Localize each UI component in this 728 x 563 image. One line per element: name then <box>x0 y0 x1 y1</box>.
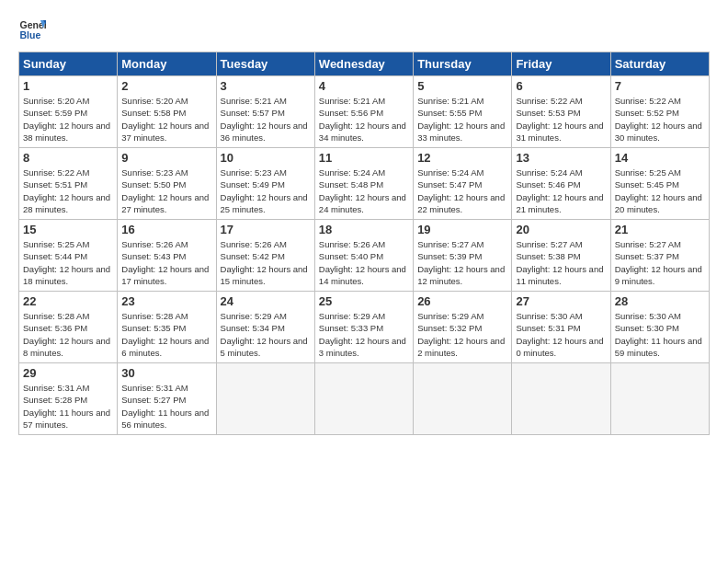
day-info: Sunrise: 5:26 AMSunset: 5:40 PMDaylight:… <box>319 238 409 287</box>
day-number: 7 <box>615 79 705 93</box>
day-number: 1 <box>23 79 113 93</box>
day-info: Sunrise: 5:20 AMSunset: 5:58 PMDaylight:… <box>121 95 211 144</box>
day-info: Sunrise: 5:31 AMSunset: 5:28 PMDaylight:… <box>23 382 113 431</box>
day-info: Sunrise: 5:23 AMSunset: 5:50 PMDaylight:… <box>121 167 211 215</box>
day-number: 4 <box>319 79 409 93</box>
day-info: Sunrise: 5:29 AMSunset: 5:33 PMDaylight:… <box>319 310 409 359</box>
day-number: 5 <box>417 79 507 93</box>
day-info: Sunrise: 5:20 AMSunset: 5:59 PMDaylight:… <box>23 95 113 144</box>
day-cell-8: 8Sunrise: 5:22 AMSunset: 5:51 PMDaylight… <box>19 148 118 220</box>
day-cell-16: 16Sunrise: 5:26 AMSunset: 5:43 PMDayligh… <box>118 220 216 292</box>
day-number: 12 <box>417 151 507 165</box>
calendar-row-week-2: 8Sunrise: 5:22 AMSunset: 5:51 PMDaylight… <box>19 148 710 220</box>
day-cell-5: 5Sunrise: 5:21 AMSunset: 5:55 PMDaylight… <box>414 76 512 148</box>
day-info: Sunrise: 5:30 AMSunset: 5:30 PMDaylight:… <box>615 310 705 359</box>
calendar-table: SundayMondayTuesdayWednesdayThursdayFrid… <box>18 52 710 435</box>
day-number: 30 <box>121 366 211 380</box>
calendar-row-week-4: 22Sunrise: 5:28 AMSunset: 5:36 PMDayligh… <box>19 292 710 363</box>
day-info: Sunrise: 5:24 AMSunset: 5:47 PMDaylight:… <box>417 167 507 215</box>
day-number: 21 <box>615 223 705 236</box>
col-header-friday: Friday <box>512 52 610 76</box>
day-cell-15: 15Sunrise: 5:25 AMSunset: 5:44 PMDayligh… <box>19 220 118 292</box>
day-cell-28: 28Sunrise: 5:30 AMSunset: 5:30 PMDayligh… <box>610 292 709 363</box>
day-cell-4: 4Sunrise: 5:21 AMSunset: 5:56 PMDaylight… <box>314 76 413 148</box>
day-info: Sunrise: 5:28 AMSunset: 5:36 PMDaylight:… <box>23 310 113 359</box>
day-info: Sunrise: 5:29 AMSunset: 5:32 PMDaylight:… <box>417 310 507 359</box>
day-cell-13: 13Sunrise: 5:24 AMSunset: 5:46 PMDayligh… <box>512 148 610 220</box>
calendar-page: General Blue SundayMondayTuesdayWednesda… <box>0 0 728 450</box>
day-number: 2 <box>121 79 211 93</box>
day-cell-18: 18Sunrise: 5:26 AMSunset: 5:40 PMDayligh… <box>314 220 413 292</box>
col-header-sunday: Sunday <box>19 52 118 76</box>
day-number: 10 <box>221 151 311 165</box>
day-info: Sunrise: 5:27 AMSunset: 5:37 PMDaylight:… <box>615 238 705 287</box>
day-number: 22 <box>23 294 113 308</box>
day-info: Sunrise: 5:27 AMSunset: 5:38 PMDaylight:… <box>516 238 606 287</box>
col-header-wednesday: Wednesday <box>314 52 413 76</box>
day-number: 8 <box>23 151 113 165</box>
day-number: 24 <box>221 294 311 308</box>
day-info: Sunrise: 5:24 AMSunset: 5:46 PMDaylight:… <box>516 167 606 215</box>
day-cell-10: 10Sunrise: 5:23 AMSunset: 5:49 PMDayligh… <box>216 148 314 220</box>
day-number: 29 <box>23 366 113 380</box>
day-number: 17 <box>221 223 311 236</box>
calendar-row-week-3: 15Sunrise: 5:25 AMSunset: 5:44 PMDayligh… <box>19 220 710 292</box>
day-cell-6: 6Sunrise: 5:22 AMSunset: 5:53 PMDaylight… <box>512 76 610 148</box>
calendar-row-week-1: 1Sunrise: 5:20 AMSunset: 5:59 PMDaylight… <box>19 76 710 148</box>
day-number: 26 <box>417 294 507 308</box>
calendar-header-row: SundayMondayTuesdayWednesdayThursdayFrid… <box>19 52 710 76</box>
day-cell-29: 29Sunrise: 5:31 AMSunset: 5:28 PMDayligh… <box>19 363 118 435</box>
day-cell-25: 25Sunrise: 5:29 AMSunset: 5:33 PMDayligh… <box>314 292 413 363</box>
day-cell-17: 17Sunrise: 5:26 AMSunset: 5:42 PMDayligh… <box>216 220 314 292</box>
day-info: Sunrise: 5:21 AMSunset: 5:57 PMDaylight:… <box>221 95 311 144</box>
col-header-tuesday: Tuesday <box>216 52 314 76</box>
day-cell-1: 1Sunrise: 5:20 AMSunset: 5:59 PMDaylight… <box>19 76 118 148</box>
day-info: Sunrise: 5:21 AMSunset: 5:56 PMDaylight:… <box>319 95 409 144</box>
day-number: 6 <box>516 79 606 93</box>
day-number: 3 <box>221 79 311 93</box>
day-info: Sunrise: 5:22 AMSunset: 5:52 PMDaylight:… <box>615 95 705 144</box>
day-info: Sunrise: 5:31 AMSunset: 5:27 PMDaylight:… <box>121 382 211 431</box>
col-header-monday: Monday <box>118 52 216 76</box>
col-header-thursday: Thursday <box>414 52 512 76</box>
day-number: 11 <box>319 151 409 165</box>
day-number: 27 <box>516 294 606 308</box>
day-number: 23 <box>121 294 211 308</box>
day-number: 18 <box>319 223 409 236</box>
day-info: Sunrise: 5:22 AMSunset: 5:51 PMDaylight:… <box>23 167 113 215</box>
day-cell-22: 22Sunrise: 5:28 AMSunset: 5:36 PMDayligh… <box>19 292 118 363</box>
day-info: Sunrise: 5:27 AMSunset: 5:39 PMDaylight:… <box>417 238 507 287</box>
day-cell-21: 21Sunrise: 5:27 AMSunset: 5:37 PMDayligh… <box>610 220 709 292</box>
col-header-saturday: Saturday <box>610 52 709 76</box>
svg-text:Blue: Blue <box>20 29 41 40</box>
day-number: 9 <box>121 151 211 165</box>
logo-icon: General Blue <box>18 15 46 42</box>
day-number: 14 <box>615 151 705 165</box>
empty-cell <box>512 363 610 435</box>
day-info: Sunrise: 5:26 AMSunset: 5:43 PMDaylight:… <box>121 238 211 287</box>
day-cell-24: 24Sunrise: 5:29 AMSunset: 5:34 PMDayligh… <box>216 292 314 363</box>
empty-cell <box>610 363 709 435</box>
day-cell-19: 19Sunrise: 5:27 AMSunset: 5:39 PMDayligh… <box>414 220 512 292</box>
day-info: Sunrise: 5:30 AMSunset: 5:31 PMDaylight:… <box>516 310 606 359</box>
day-number: 16 <box>121 223 211 236</box>
day-cell-30: 30Sunrise: 5:31 AMSunset: 5:27 PMDayligh… <box>118 363 216 435</box>
day-info: Sunrise: 5:26 AMSunset: 5:42 PMDaylight:… <box>221 238 311 287</box>
day-cell-9: 9Sunrise: 5:23 AMSunset: 5:50 PMDaylight… <box>118 148 216 220</box>
day-number: 13 <box>516 151 606 165</box>
day-cell-20: 20Sunrise: 5:27 AMSunset: 5:38 PMDayligh… <box>512 220 610 292</box>
day-cell-14: 14Sunrise: 5:25 AMSunset: 5:45 PMDayligh… <box>610 148 709 220</box>
day-number: 20 <box>516 223 606 236</box>
day-number: 19 <box>417 223 507 236</box>
header: General Blue <box>18 15 710 42</box>
day-info: Sunrise: 5:29 AMSunset: 5:34 PMDaylight:… <box>221 310 311 359</box>
day-info: Sunrise: 5:24 AMSunset: 5:48 PMDaylight:… <box>319 167 409 215</box>
day-info: Sunrise: 5:22 AMSunset: 5:53 PMDaylight:… <box>516 95 606 144</box>
day-cell-12: 12Sunrise: 5:24 AMSunset: 5:47 PMDayligh… <box>414 148 512 220</box>
empty-cell <box>414 363 512 435</box>
day-cell-2: 2Sunrise: 5:20 AMSunset: 5:58 PMDaylight… <box>118 76 216 148</box>
day-cell-3: 3Sunrise: 5:21 AMSunset: 5:57 PMDaylight… <box>216 76 314 148</box>
day-cell-27: 27Sunrise: 5:30 AMSunset: 5:31 PMDayligh… <box>512 292 610 363</box>
day-number: 15 <box>23 223 113 236</box>
calendar-row-week-5: 29Sunrise: 5:31 AMSunset: 5:28 PMDayligh… <box>19 363 710 435</box>
